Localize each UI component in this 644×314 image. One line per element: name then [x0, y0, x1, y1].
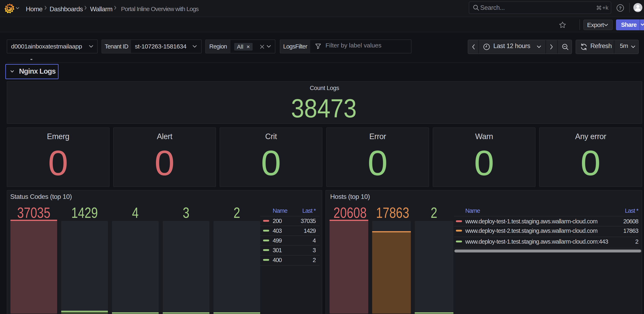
- svg-text:?: ?: [619, 5, 622, 11]
